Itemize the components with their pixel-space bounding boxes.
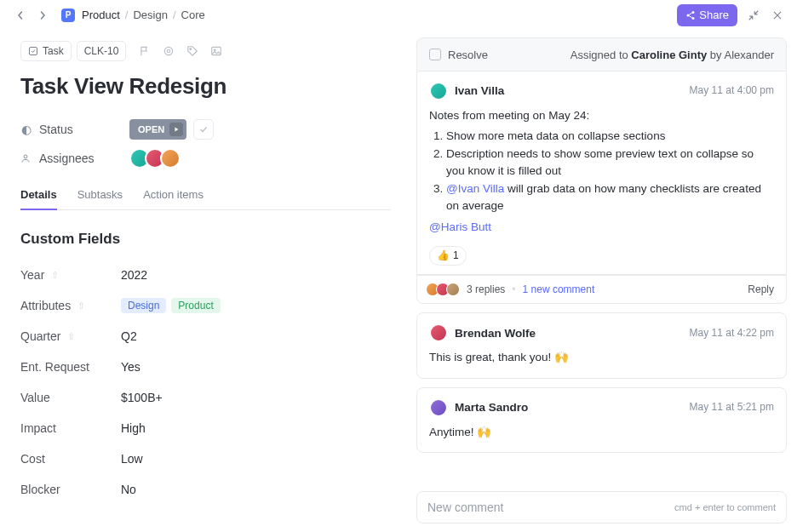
status-pill[interactable]: OPEN (129, 119, 186, 140)
cf-value[interactable]: 2022 (121, 268, 147, 282)
nav-forward-button[interactable] (34, 7, 51, 24)
comment: Ivan Villa May 11 at 4:00 pm Notes from … (416, 72, 787, 275)
comment-author[interactable]: Brendan Wolfe (455, 325, 536, 342)
cf-label: Value (20, 391, 50, 404)
reply-button[interactable]: Reply (748, 283, 774, 295)
cf-label: Quarter (20, 329, 60, 343)
cf-value[interactable]: High (121, 421, 146, 435)
thread-footer: 3 replies • 1 new comment Reply (416, 275, 787, 304)
cf-value[interactable]: DesignProduct (121, 298, 226, 313)
svg-point-4 (165, 47, 173, 54)
task-type-chip[interactable]: Task (20, 41, 72, 61)
comment: Brendan Wolfe May 11 at 4:22 pm This is … (416, 312, 787, 379)
cf-label: Blocker (20, 483, 60, 496)
task-title[interactable]: Task View Redesign (20, 73, 391, 100)
tabs: Details Subtasks Action items (20, 181, 391, 210)
reply-count[interactable]: 3 replies (467, 283, 505, 295)
image-icon[interactable] (209, 44, 223, 58)
comment-author[interactable]: Ivan Villa (455, 83, 504, 100)
status-icon: ◐ (20, 123, 32, 136)
status-advance-icon[interactable] (169, 123, 183, 136)
share-button[interactable]: Share (677, 4, 737, 26)
custom-fields-heading: Custom Fields (20, 231, 391, 248)
pin-icon: ⇧ (77, 300, 85, 312)
comment-timestamp: May 11 at 5:21 pm (690, 400, 774, 415)
cf-value[interactable]: Q2 (121, 329, 137, 343)
nav-back-button[interactable] (12, 7, 29, 24)
avatar[interactable] (429, 82, 448, 100)
svg-point-1 (687, 14, 690, 16)
svg-point-9 (24, 155, 27, 158)
new-comment-count[interactable]: 1 new comment (523, 283, 595, 295)
breadcrumb[interactable]: P Product / Design / Core (56, 9, 205, 22)
svg-point-0 (692, 11, 695, 14)
avatar[interactable] (429, 323, 448, 342)
mention[interactable]: @Haris Butt (429, 220, 491, 233)
assigned-user[interactable]: Caroline Ginty (631, 49, 707, 61)
cf-value[interactable]: Yes (121, 360, 140, 374)
resolve-checkbox[interactable] (429, 49, 441, 60)
tab-details[interactable]: Details (20, 181, 57, 209)
tab-action-items[interactable]: Action items (143, 181, 204, 209)
cf-label: Attributes (20, 299, 71, 312)
resolve-label[interactable]: Resolve (448, 49, 488, 61)
comment-composer[interactable]: New comment cmd + enter to comment (416, 491, 787, 523)
mark-complete-button[interactable] (193, 119, 214, 140)
cf-label: Ent. Request (20, 360, 89, 374)
close-icon[interactable] (770, 8, 785, 23)
comment-author[interactable]: Marta Sandro (455, 399, 528, 416)
status-label: Status (39, 123, 73, 136)
cf-value[interactable]: Low (121, 452, 143, 466)
svg-point-5 (168, 49, 171, 53)
assigned-text: Assigned to Caroline Ginty by Alexander (571, 49, 774, 61)
comment-body: Notes from meeting on May 24: Show more … (429, 107, 774, 266)
assignees-label: Assignees (39, 152, 95, 165)
composer-placeholder: New comment (427, 501, 503, 514)
avatar (446, 283, 460, 296)
cf-label: Cost (20, 452, 45, 466)
composer-hint: cmd + enter to comment (674, 502, 776, 512)
cf-label: Year (20, 268, 44, 282)
assignees-icon (20, 153, 32, 163)
tag[interactable]: Design (121, 298, 166, 313)
breadcrumb-item[interactable]: Product (82, 9, 120, 21)
svg-rect-3 (30, 48, 37, 55)
avatar[interactable] (160, 148, 181, 169)
flag-icon[interactable] (138, 44, 152, 58)
cf-value[interactable]: $100B+ (121, 391, 163, 404)
tag[interactable]: Product (171, 298, 220, 313)
pin-icon: ⇧ (51, 270, 59, 281)
mention[interactable]: @Ivan Villa (446, 182, 504, 195)
avatar[interactable] (429, 398, 448, 417)
comment-timestamp: May 11 at 4:22 pm (690, 326, 774, 340)
task-id-chip[interactable]: CLK-10 (77, 41, 127, 61)
comment-body: This is great, thank you! 🙌 (429, 349, 774, 366)
space-icon: P (61, 9, 75, 22)
sprint-icon[interactable] (162, 44, 175, 58)
pin-icon: ⇧ (67, 331, 75, 342)
comment-timestamp: May 11 at 4:00 pm (690, 83, 774, 98)
reaction-chip[interactable]: 👍1 (429, 246, 467, 266)
tab-subtasks[interactable]: Subtasks (77, 181, 123, 209)
tag-icon[interactable] (186, 44, 199, 58)
breadcrumb-item[interactable]: Design (133, 9, 167, 21)
svg-point-2 (692, 17, 695, 20)
svg-point-8 (215, 49, 216, 51)
svg-point-6 (190, 49, 192, 50)
cf-label: Impact (20, 421, 56, 435)
comment: Marta Sandro May 11 at 5:21 pm Anytime! … (416, 387, 787, 454)
assignees-avatars[interactable] (129, 148, 181, 169)
minimize-icon[interactable] (746, 8, 761, 23)
cf-value[interactable]: No (121, 483, 136, 496)
thread-header: Resolve Assigned to Caroline Ginty by Al… (416, 37, 787, 72)
breadcrumb-item[interactable]: Core (181, 9, 205, 21)
comment-body: Anytime! 🙌 (429, 424, 774, 441)
